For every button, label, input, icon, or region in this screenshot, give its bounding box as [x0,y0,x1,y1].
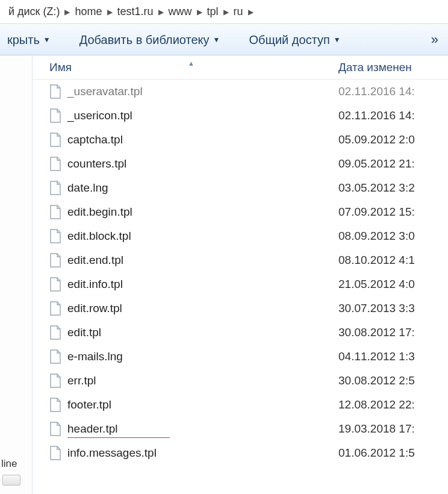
column-header-date[interactable]: Дата изменен [338,61,448,74]
file-name: edit.row.tpl [67,302,122,315]
breadcrumb-item[interactable]: test1.ru [114,5,157,18]
column-header-name[interactable]: Имя ▲ [49,61,338,74]
sort-asc-icon: ▲ [188,60,194,67]
breadcrumb-item[interactable]: www [165,5,196,18]
breadcrumb-item[interactable]: home [71,5,105,18]
file-date: 30.08.2012 2:5 [338,374,448,387]
file-icon [49,205,61,219]
file-row[interactable]: counters.tpl09.05.2012 21: [33,152,448,176]
file-row[interactable]: captcha.tpl05.09.2012 2:0 [33,128,448,152]
file-name: counters.tpl [67,157,126,170]
file-date: 30.07.2013 3:3 [338,302,448,315]
file-icon [49,108,61,123]
file-name-cell: footer.tpl [49,398,338,412]
file-name: info.messages.tpl [67,446,157,460]
file-row[interactable]: footer.tpl12.08.2012 22: [33,393,448,417]
share-label: Общий доступ [249,33,329,47]
file-name-cell: header.tpl [49,422,338,436]
chevron-down-icon: ▼ [213,36,220,44]
file-date: 21.05.2012 4:0 [338,278,448,291]
file-icon [49,349,61,364]
sidebar-handle[interactable] [2,475,20,486]
chevron-right-icon: ▶ [222,8,230,16]
breadcrumb-item[interactable]: ru [230,5,247,18]
file-name: edit.begin.tpl [67,205,132,219]
file-row[interactable]: edit.end.tpl08.10.2012 4:1 [33,248,448,272]
main-area: line Имя ▲ Дата изменен _useravatar.tpl0… [0,55,448,494]
share-button[interactable]: Общий доступ ▼ [249,33,340,47]
chevron-right-icon: ▶ [247,8,255,16]
file-name-cell: edit.end.tpl [49,253,338,267]
file-icon [49,181,61,195]
add-library-button[interactable]: Добавить в библиотеку ▼ [79,33,220,47]
file-icon [49,325,61,340]
file-date: 09.05.2012 21: [338,157,448,170]
file-icon [49,446,61,460]
file-name: edit.block.tpl [67,230,131,243]
file-row[interactable]: err.tpl30.08.2012 2:5 [33,369,448,393]
file-name-cell: edit.begin.tpl [49,205,338,219]
sidebar-item-label: line [1,458,17,470]
file-name-cell: info.messages.tpl [49,446,338,460]
file-row[interactable]: edit.begin.tpl07.09.2012 15: [33,200,448,224]
file-name: edit.end.tpl [67,254,123,267]
file-date: 04.11.2012 1:3 [338,350,448,363]
file-row[interactable]: _useravatar.tpl02.11.2016 14: [33,80,448,104]
file-row[interactable]: edit.block.tpl08.09.2012 3:0 [33,224,448,248]
column-headers: Имя ▲ Дата изменен [33,55,448,80]
file-date: 19.03.2018 17: [338,422,448,436]
file-row[interactable]: edit.info.tpl21.05.2012 4:0 [33,272,448,296]
file-icon [49,301,61,316]
file-row[interactable]: _usericon.tpl02.11.2016 14: [33,104,448,128]
breadcrumb[interactable]: й диск (Z:) ▶ home ▶ test1.ru ▶ www ▶ tp… [0,0,448,24]
file-name-cell: edit.info.tpl [49,277,338,292]
file-name: _useravatar.tpl [67,85,143,98]
chevron-right-icon: ▶ [63,8,71,16]
file-icon [49,422,61,436]
file-name-cell: _useravatar.tpl [49,84,338,99]
file-row[interactable]: info.messages.tpl01.06.2012 1:5 [33,441,448,465]
file-row[interactable]: edit.row.tpl30.07.2013 3:3 [33,296,448,320]
toolbar-overflow-button[interactable]: » [429,32,441,48]
file-rows: _useravatar.tpl02.11.2016 14:_usericon.t… [33,80,448,465]
file-date: 03.05.2012 3:2 [338,181,448,195]
file-icon [49,277,61,292]
chevron-down-icon: ▼ [43,36,51,44]
file-name-cell: _usericon.tpl [49,108,338,123]
file-date: 30.08.2012 17: [338,326,448,339]
file-icon [49,84,61,99]
open-button[interactable]: крыть ▼ [7,33,51,47]
file-date: 08.10.2012 4:1 [338,254,448,267]
file-date: 12.08.2012 22: [338,398,448,411]
file-list: Имя ▲ Дата изменен _useravatar.tpl02.11.… [33,55,448,494]
column-header-name-label: Имя [49,61,72,73]
file-icon [49,229,61,243]
chevron-right-icon: ▶ [106,8,114,16]
file-icon [49,374,61,388]
column-header-date-label: Дата изменен [338,61,412,73]
file-name-cell: e-mails.lng [49,349,338,364]
file-icon [49,398,61,412]
file-name-cell: date.lng [49,181,338,195]
breadcrumb-item[interactable]: tpl [204,5,222,18]
navigation-pane[interactable]: line [0,55,33,494]
file-row[interactable]: date.lng03.05.2012 3:2 [33,176,448,200]
file-name: edit.info.tpl [67,278,123,291]
file-name: e-mails.lng [67,350,123,363]
chevron-down-icon: ▼ [334,36,341,44]
file-name: _usericon.tpl [67,109,132,122]
chevron-right-icon: ▶ [157,8,165,16]
file-name-cell: captcha.tpl [49,133,338,147]
file-name: edit.tpl [67,326,101,339]
file-row[interactable]: e-mails.lng04.11.2012 1:3 [33,345,448,369]
file-icon [49,133,61,147]
file-name-cell: edit.block.tpl [49,229,338,243]
file-icon [49,157,61,171]
file-name-cell: err.tpl [49,374,338,388]
file-name: date.lng [67,181,108,195]
file-date: 07.09.2012 15: [338,205,448,219]
breadcrumb-root[interactable]: й диск (Z:) [5,5,63,18]
file-row[interactable]: edit.tpl30.08.2012 17: [33,320,448,345]
file-date: 08.09.2012 3:0 [338,230,448,243]
file-date: 02.11.2016 14: [338,85,448,98]
